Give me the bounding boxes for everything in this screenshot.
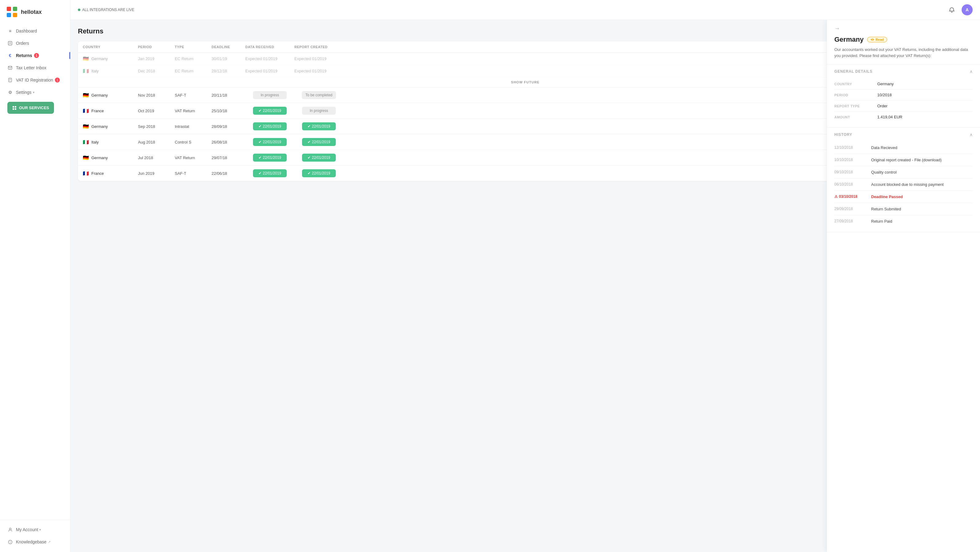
data-received-cell: ✔ 22/01/2019	[245, 169, 294, 177]
type-cell: EC Return	[175, 56, 212, 61]
detail-description: Our accountants worked out your VAT Retu…	[834, 47, 973, 59]
general-details-header[interactable]: GENERAL DETAILS	[827, 64, 980, 78]
country-cell: 🇩🇪 Germany	[83, 124, 138, 129]
services-button[interactable]: OUR SERVICES	[7, 102, 54, 114]
collapse-icon	[970, 69, 973, 74]
general-details-body: COUNTRY Germany PERIOD 10/2018 REPORT TY…	[827, 78, 980, 127]
topbar-right: A	[946, 4, 973, 15]
account-icon	[7, 527, 13, 532]
user-avatar[interactable]: A	[962, 4, 973, 15]
report-created-cell: Expected 01/2019	[294, 56, 344, 61]
country-cell: 🇩🇪 Germany	[83, 93, 138, 97]
sidebar-item-label: Settings	[16, 90, 32, 95]
done-badge: ✔ 22/01/2019	[302, 122, 336, 130]
country-cell: 🇮🇹 Italy	[83, 69, 138, 73]
sidebar-item-knowledgebase[interactable]: ? Knowledgebase ↗	[4, 536, 67, 548]
sidebar-item-returns[interactable]: € Returns 1	[4, 50, 67, 61]
sidebar-item-settings[interactable]: ⚙ Settings ▾	[4, 86, 67, 98]
flag-icon: 🇮🇹	[83, 69, 89, 73]
history-event: Data Recieved	[871, 145, 973, 150]
general-details-title: GENERAL DETAILS	[834, 69, 872, 73]
col-deadline: DEADLINE	[212, 45, 245, 49]
in-progress-badge: In progress	[253, 91, 287, 99]
svg-rect-13	[13, 108, 14, 110]
history-date: 29/09/2018	[834, 207, 871, 211]
content-area: Returns COUNTRY PERIOD TYPE DEADLINE DAT…	[70, 20, 980, 552]
history-row-5: 29/09/2018 Return Submited	[834, 203, 973, 215]
report-created-cell: In progress	[294, 107, 344, 115]
notifications-button[interactable]	[946, 4, 957, 15]
type-cell: SAF-T	[175, 171, 212, 176]
col-type: TYPE	[175, 45, 212, 49]
flag-icon: 🇩🇪	[83, 93, 89, 97]
settings-chevron: ▾	[33, 91, 35, 94]
sidebar-nav: ≡ Dashboard Orders € Returns 1 Tax Lette…	[0, 25, 70, 520]
collapse-history-icon	[970, 132, 973, 137]
period-cell: Nov 2018	[138, 93, 175, 97]
sidebar-item-label: Orders	[16, 41, 29, 46]
history-event-alert: Deadline Passed	[871, 194, 973, 199]
done-badge: ✔ 22/01/2019	[253, 138, 287, 146]
settings-icon: ⚙	[7, 89, 13, 95]
detail-value: 10/2018	[877, 92, 973, 97]
period-cell: Jun 2019	[138, 171, 175, 176]
period-cell: Oct 2019	[138, 108, 175, 113]
sidebar-item-label: Knowledgebase	[16, 539, 47, 544]
period-cell: Aug 2018	[138, 140, 175, 145]
history-event: Return Submited	[871, 207, 973, 211]
svg-text:?: ?	[10, 541, 11, 544]
done-badge: ✔ 22/01/2019	[302, 154, 336, 162]
deadline-cell: 30/01/19	[212, 56, 245, 61]
data-received-cell: ✔ 22/01/2019	[245, 154, 294, 162]
history-header[interactable]: HISTORY	[827, 127, 980, 142]
detail-panel: → Germany Read Our accountants worked ou…	[827, 20, 980, 552]
sidebar-item-vat-id[interactable]: VAT ID Registration 1	[4, 74, 67, 86]
detail-label: AMOUNT	[834, 115, 877, 119]
data-received-cell: Expected 01/2019	[245, 69, 294, 73]
svg-rect-0	[7, 7, 11, 11]
period-cell: Sep 2018	[138, 124, 175, 129]
type-cell: Intrastat	[175, 124, 212, 129]
dashboard-icon: ≡	[7, 28, 13, 34]
returns-icon: €	[7, 53, 13, 58]
external-link-icon: ↗	[48, 540, 51, 544]
deadline-cell: 28/12/18	[212, 69, 245, 73]
in-progress-badge: In progress	[302, 107, 336, 115]
sidebar-item-orders[interactable]: Orders	[4, 37, 67, 49]
svg-rect-12	[15, 106, 16, 108]
detail-label: COUNTRY	[834, 81, 877, 86]
data-received-cell: ✔ 22/01/2019	[245, 122, 294, 130]
returns-badge: 1	[34, 53, 39, 58]
history-row-1: 10/10/2018 Original report created - Fil…	[834, 154, 973, 166]
sidebar-item-my-account[interactable]: My Account ▾	[4, 524, 67, 535]
to-be-completed-badge: To be completed	[302, 91, 336, 99]
general-details-section: GENERAL DETAILS COUNTRY Germany PERIOD 1…	[827, 64, 980, 127]
detail-title-row: Germany Read	[834, 36, 973, 43]
sidebar-item-tax-letter-inbox[interactable]: Tax Letter Inbox	[4, 62, 67, 73]
history-section: HISTORY 12/10/2018 Data Recieved 10/10/2…	[827, 127, 980, 232]
done-badge: ✔ 22/01/2019	[253, 169, 287, 177]
flag-icon: 🇫🇷	[83, 171, 89, 175]
period-cell: Jul 2018	[138, 156, 175, 160]
history-event: Original report created - File (download…	[871, 157, 973, 162]
history-date: 06/10/2018	[834, 182, 871, 186]
country-cell: 🇫🇷 France	[83, 108, 138, 113]
svg-rect-14	[15, 108, 16, 110]
vat-icon	[7, 77, 13, 83]
back-button[interactable]: →	[827, 20, 980, 32]
status-dot	[78, 9, 80, 11]
done-badge: ✔ 22/01/2019	[302, 169, 336, 177]
topbar: ALL INTEGRATIONS ARE LIVE A	[70, 0, 980, 20]
orders-icon	[7, 40, 13, 46]
alert-triangle-icon: ⚠	[834, 194, 838, 199]
report-created-cell: ✔ 22/01/2019	[294, 122, 344, 130]
logo: hellotax	[0, 0, 70, 25]
data-received-cell: ✔ 22/01/2019	[245, 138, 294, 146]
history-event: Quality control	[871, 170, 973, 175]
country-cell: 🇫🇷 France	[83, 171, 138, 176]
country-cell: 🇩🇪 Germany	[83, 156, 138, 160]
country-cell: 🇮🇹 Italy	[83, 140, 138, 145]
sidebar-item-label: Dashboard	[16, 29, 37, 33]
col-report-created: REPORT CREATED	[294, 45, 344, 49]
sidebar-item-dashboard[interactable]: ≡ Dashboard	[4, 25, 67, 37]
